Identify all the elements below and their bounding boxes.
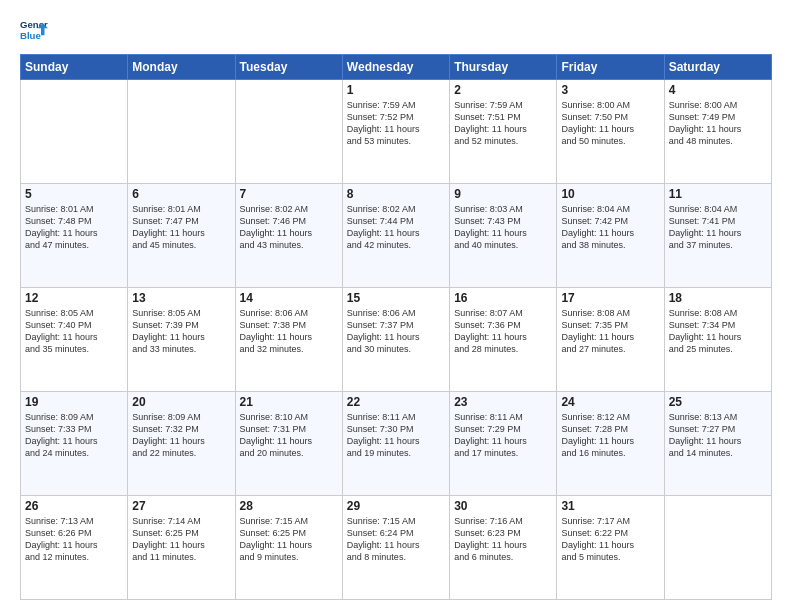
day-info: Sunrise: 8:09 AM Sunset: 7:33 PM Dayligh… [25,411,123,460]
calendar-cell: 1Sunrise: 7:59 AM Sunset: 7:52 PM Daylig… [342,80,449,184]
day-info: Sunrise: 7:13 AM Sunset: 6:26 PM Dayligh… [25,515,123,564]
day-info: Sunrise: 7:59 AM Sunset: 7:51 PM Dayligh… [454,99,552,148]
day-number: 10 [561,187,659,201]
calendar-cell: 4Sunrise: 8:00 AM Sunset: 7:49 PM Daylig… [664,80,771,184]
day-info: Sunrise: 8:11 AM Sunset: 7:29 PM Dayligh… [454,411,552,460]
day-number: 29 [347,499,445,513]
day-info: Sunrise: 8:04 AM Sunset: 7:42 PM Dayligh… [561,203,659,252]
day-info: Sunrise: 8:11 AM Sunset: 7:30 PM Dayligh… [347,411,445,460]
day-info: Sunrise: 8:04 AM Sunset: 7:41 PM Dayligh… [669,203,767,252]
day-info: Sunrise: 7:17 AM Sunset: 6:22 PM Dayligh… [561,515,659,564]
calendar-cell: 11Sunrise: 8:04 AM Sunset: 7:41 PM Dayli… [664,184,771,288]
calendar-header-row: SundayMondayTuesdayWednesdayThursdayFrid… [21,55,772,80]
day-info: Sunrise: 8:05 AM Sunset: 7:40 PM Dayligh… [25,307,123,356]
day-info: Sunrise: 8:09 AM Sunset: 7:32 PM Dayligh… [132,411,230,460]
day-number: 28 [240,499,338,513]
logo: General Blue [20,16,52,44]
calendar-cell: 8Sunrise: 8:02 AM Sunset: 7:44 PM Daylig… [342,184,449,288]
calendar-cell: 28Sunrise: 7:15 AM Sunset: 6:25 PM Dayli… [235,496,342,600]
weekday-header: Sunday [21,55,128,80]
day-info: Sunrise: 8:01 AM Sunset: 7:48 PM Dayligh… [25,203,123,252]
day-info: Sunrise: 8:06 AM Sunset: 7:38 PM Dayligh… [240,307,338,356]
day-number: 20 [132,395,230,409]
calendar-cell [128,80,235,184]
calendar-cell: 2Sunrise: 7:59 AM Sunset: 7:51 PM Daylig… [450,80,557,184]
calendar-week-row: 5Sunrise: 8:01 AM Sunset: 7:48 PM Daylig… [21,184,772,288]
calendar-cell: 7Sunrise: 8:02 AM Sunset: 7:46 PM Daylig… [235,184,342,288]
weekday-header: Saturday [664,55,771,80]
weekday-header: Tuesday [235,55,342,80]
calendar-week-row: 26Sunrise: 7:13 AM Sunset: 6:26 PM Dayli… [21,496,772,600]
day-number: 19 [25,395,123,409]
day-number: 31 [561,499,659,513]
calendar-cell: 3Sunrise: 8:00 AM Sunset: 7:50 PM Daylig… [557,80,664,184]
calendar-cell: 18Sunrise: 8:08 AM Sunset: 7:34 PM Dayli… [664,288,771,392]
day-info: Sunrise: 8:08 AM Sunset: 7:34 PM Dayligh… [669,307,767,356]
day-number: 5 [25,187,123,201]
day-number: 17 [561,291,659,305]
header: General Blue [20,16,772,44]
day-info: Sunrise: 8:00 AM Sunset: 7:50 PM Dayligh… [561,99,659,148]
calendar-cell: 21Sunrise: 8:10 AM Sunset: 7:31 PM Dayli… [235,392,342,496]
calendar-week-row: 19Sunrise: 8:09 AM Sunset: 7:33 PM Dayli… [21,392,772,496]
day-info: Sunrise: 7:15 AM Sunset: 6:24 PM Dayligh… [347,515,445,564]
calendar-cell: 20Sunrise: 8:09 AM Sunset: 7:32 PM Dayli… [128,392,235,496]
day-number: 9 [454,187,552,201]
day-number: 12 [25,291,123,305]
page: General Blue SundayMondayTuesdayWednesda… [0,0,792,612]
day-number: 27 [132,499,230,513]
weekday-header: Wednesday [342,55,449,80]
weekday-header: Monday [128,55,235,80]
day-number: 3 [561,83,659,97]
calendar-cell: 24Sunrise: 8:12 AM Sunset: 7:28 PM Dayli… [557,392,664,496]
day-info: Sunrise: 8:03 AM Sunset: 7:43 PM Dayligh… [454,203,552,252]
calendar-cell: 10Sunrise: 8:04 AM Sunset: 7:42 PM Dayli… [557,184,664,288]
day-number: 18 [669,291,767,305]
day-info: Sunrise: 8:05 AM Sunset: 7:39 PM Dayligh… [132,307,230,356]
calendar-cell: 16Sunrise: 8:07 AM Sunset: 7:36 PM Dayli… [450,288,557,392]
day-info: Sunrise: 8:02 AM Sunset: 7:46 PM Dayligh… [240,203,338,252]
day-number: 1 [347,83,445,97]
calendar-cell: 25Sunrise: 8:13 AM Sunset: 7:27 PM Dayli… [664,392,771,496]
weekday-header: Thursday [450,55,557,80]
day-info: Sunrise: 8:02 AM Sunset: 7:44 PM Dayligh… [347,203,445,252]
calendar-cell: 30Sunrise: 7:16 AM Sunset: 6:23 PM Dayli… [450,496,557,600]
day-number: 22 [347,395,445,409]
calendar-cell [664,496,771,600]
day-info: Sunrise: 8:07 AM Sunset: 7:36 PM Dayligh… [454,307,552,356]
day-info: Sunrise: 8:10 AM Sunset: 7:31 PM Dayligh… [240,411,338,460]
day-number: 8 [347,187,445,201]
day-number: 21 [240,395,338,409]
day-number: 25 [669,395,767,409]
day-info: Sunrise: 8:13 AM Sunset: 7:27 PM Dayligh… [669,411,767,460]
calendar-cell: 5Sunrise: 8:01 AM Sunset: 7:48 PM Daylig… [21,184,128,288]
calendar-week-row: 12Sunrise: 8:05 AM Sunset: 7:40 PM Dayli… [21,288,772,392]
day-info: Sunrise: 8:12 AM Sunset: 7:28 PM Dayligh… [561,411,659,460]
calendar-cell: 14Sunrise: 8:06 AM Sunset: 7:38 PM Dayli… [235,288,342,392]
calendar-cell: 27Sunrise: 7:14 AM Sunset: 6:25 PM Dayli… [128,496,235,600]
day-info: Sunrise: 7:16 AM Sunset: 6:23 PM Dayligh… [454,515,552,564]
calendar-cell: 17Sunrise: 8:08 AM Sunset: 7:35 PM Dayli… [557,288,664,392]
day-number: 30 [454,499,552,513]
weekday-header: Friday [557,55,664,80]
calendar-cell: 19Sunrise: 8:09 AM Sunset: 7:33 PM Dayli… [21,392,128,496]
calendar-table: SundayMondayTuesdayWednesdayThursdayFrid… [20,54,772,600]
day-number: 26 [25,499,123,513]
calendar-cell: 23Sunrise: 8:11 AM Sunset: 7:29 PM Dayli… [450,392,557,496]
calendar-cell [21,80,128,184]
calendar-cell: 26Sunrise: 7:13 AM Sunset: 6:26 PM Dayli… [21,496,128,600]
day-number: 13 [132,291,230,305]
day-info: Sunrise: 8:00 AM Sunset: 7:49 PM Dayligh… [669,99,767,148]
calendar-cell [235,80,342,184]
day-number: 7 [240,187,338,201]
day-number: 4 [669,83,767,97]
day-number: 2 [454,83,552,97]
calendar-cell: 9Sunrise: 8:03 AM Sunset: 7:43 PM Daylig… [450,184,557,288]
day-info: Sunrise: 7:14 AM Sunset: 6:25 PM Dayligh… [132,515,230,564]
day-number: 11 [669,187,767,201]
day-info: Sunrise: 8:01 AM Sunset: 7:47 PM Dayligh… [132,203,230,252]
svg-text:Blue: Blue [20,30,41,41]
calendar-cell: 13Sunrise: 8:05 AM Sunset: 7:39 PM Dayli… [128,288,235,392]
logo-icon: General Blue [20,16,48,44]
day-info: Sunrise: 7:59 AM Sunset: 7:52 PM Dayligh… [347,99,445,148]
